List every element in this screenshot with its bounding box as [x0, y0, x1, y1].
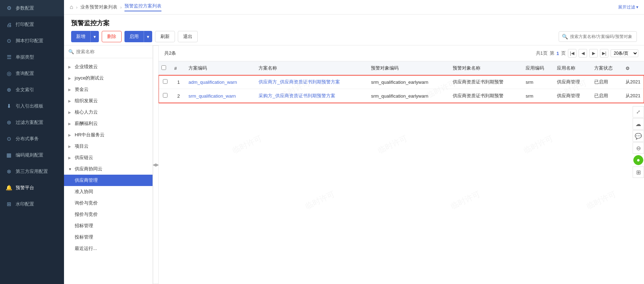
main-area: ⌂ › 业务预警对象列表 › 预警监控方案列表 展开过滤 ▾ 预警监控方案 新增… [64, 0, 644, 284]
watermark-7: 临时许可 [303, 189, 336, 212]
minus-float-button[interactable]: ⊖ [633, 142, 644, 154]
search-input[interactable] [570, 34, 634, 39]
sidebar-item-script-print[interactable]: ⊙ 脚本打印配置 [0, 33, 64, 49]
enable-button-group: 启用 ▾ [124, 31, 152, 42]
status-float-button[interactable]: ● [633, 155, 643, 165]
total-records: 共2条 [164, 50, 176, 56]
tree-item-funds[interactable]: ▶ 资金云 [64, 84, 153, 95]
select-all-checkbox[interactable] [161, 65, 166, 70]
sidebar-label-import-export: 引入引出模板 [16, 103, 43, 109]
home-icon[interactable]: ⌂ [70, 4, 73, 10]
tree-item-salary[interactable]: ▶ 薪酬福利云 [64, 118, 153, 129]
body-area: 🔍 ▶ 企业绩效云 ▶ joyce的测试云 ▶ 资金云 [64, 45, 644, 284]
row-code-link-1[interactable]: adm_qualification_warn [188, 80, 237, 85]
sidebar-item-print[interactable]: 🖨 打印配置 [0, 16, 64, 33]
sidebar-item-import-export[interactable]: ⬇ 引入引出模板 [0, 98, 64, 114]
sidebar-item-query[interactable]: ◎ 查询配置 [0, 65, 64, 82]
exit-button[interactable]: 退出 [178, 31, 198, 42]
sidebar-item-warning[interactable]: 🔔 预警平台 [0, 180, 64, 196]
sidebar-item-filter[interactable]: ⊛ 过滤方案配置 [0, 114, 64, 131]
tree-child-quote[interactable]: 报价与竞价 [64, 209, 153, 220]
tree-search[interactable]: 🔍 [64, 45, 153, 58]
sidebar-item-distributed[interactable]: ⊙ 分布式事务 [0, 131, 64, 147]
new-dropdown-button[interactable]: ▾ [90, 31, 99, 42]
print-icon: 🖨 [6, 21, 12, 28]
breadcrumb-item-2[interactable]: 预警监控方案列表 [124, 3, 161, 11]
sidebar-item-fulltext[interactable]: ⊕ 全文索引 [0, 82, 64, 98]
tree-item-supply-chain[interactable]: ▶ 供应链云 [64, 152, 153, 163]
col-name: 方案名称 [256, 61, 368, 75]
per-page-select[interactable]: 20条/页 50条/页 100条/页 [611, 49, 638, 57]
tree-label-supplier-mgmt: 供应商管理 [75, 177, 98, 184]
tree-item-supplier-collab[interactable]: ▼ 供应商协同云 [64, 163, 153, 175]
tree-child-admission[interactable]: 准入协同 [64, 186, 153, 197]
enable-button[interactable]: 启用 [124, 31, 144, 42]
col-app-name: 应用名称 [554, 61, 591, 75]
chat-float-button[interactable]: 💬 [633, 130, 644, 142]
panel-collapse-handle[interactable]: ◀▶ [153, 45, 159, 284]
refresh-button[interactable]: 刷新 [155, 31, 175, 42]
tree-child-inquiry[interactable]: 询价与竞价 [64, 197, 153, 209]
next-page-button[interactable]: ▶ [589, 49, 598, 58]
total-pages: 共1页 [536, 50, 548, 56]
tree-child-recent[interactable]: 最近运行... [64, 243, 153, 254]
first-page-button[interactable]: |◀ [568, 49, 576, 58]
col-status: 方案状态 [591, 61, 623, 75]
tree-label-recent: 最近运行... [75, 245, 97, 252]
sidebar-item-params[interactable]: ⚙ 参数配置 [0, 0, 64, 16]
sidebar-item-bill-type[interactable]: ☰ 单据类型 [0, 49, 64, 65]
col-check [159, 61, 171, 75]
row-name-1: 供应商方_供应商资质证书到期预警方案 [256, 75, 368, 89]
tree-item-project[interactable]: ▶ 项目云 [64, 141, 153, 152]
sidebar-item-watermark[interactable]: ⊞ 水印配置 [0, 196, 64, 212]
breadcrumb-item-1[interactable]: 业务预警对象列表 [80, 4, 117, 10]
enable-dropdown-button[interactable]: ▾ [144, 31, 152, 42]
delete-button[interactable]: 删除 [102, 31, 122, 42]
tree-item-enterprise[interactable]: ▶ 企业绩效云 [64, 61, 153, 72]
new-button[interactable]: 新增 [71, 31, 90, 42]
row-name-link-2[interactable]: 采购方_供应商资质证书到期预警方案 [259, 93, 335, 98]
chevron-right-icon-9: ▶ [68, 156, 73, 160]
last-page-button[interactable]: ▶| [600, 49, 608, 58]
cloud-float-button[interactable]: ☁ [633, 118, 644, 130]
row-num-1: 1 [171, 75, 186, 89]
row-warn-code-2: srm_qualification_earlywarn [368, 89, 449, 103]
row-code-link-2[interactable]: srm_qualification_warn [188, 93, 236, 99]
toolbar: 新增 ▾ 删除 启用 ▾ 刷新 退出 🔍 [71, 31, 637, 42]
sidebar-label-filter: 过滤方案配置 [16, 119, 43, 126]
tree-child-supplier-mgmt[interactable]: 供应商管理 [64, 175, 153, 186]
chevron-right-icon-5: ▶ [68, 110, 73, 114]
table-row[interactable]: 1 adm_qualification_warn 供应商方_供应商资质证书到期预… [159, 75, 644, 89]
tree-label-enterprise: 企业绩效云 [75, 64, 98, 70]
tree-label-quote: 报价与竞价 [75, 211, 98, 218]
sidebar-item-third-party[interactable]: ⊗ 第三方应用配置 [0, 163, 64, 180]
header-search[interactable]: 🔍 [559, 31, 637, 42]
grid-float-button[interactable]: ⊞ [633, 166, 644, 178]
tree-child-tender-mgmt[interactable]: 招标管理 [64, 220, 153, 231]
collapse-icon: ◀▶ [153, 162, 159, 167]
tree-item-org[interactable]: ▶ 组织发展云 [64, 95, 153, 106]
tree-item-hr-core[interactable]: ▶ 核心人力云 [64, 106, 153, 118]
row-name-link-1[interactable]: 供应商方_供应商资质证书到期预警方案 [259, 79, 340, 84]
search-icon: 🔍 [562, 34, 568, 39]
sidebar-item-encoding[interactable]: ▦ 编码规则配置 [0, 147, 64, 163]
encoding-icon: ▦ [6, 152, 12, 158]
tree-label-funds: 资金云 [75, 86, 89, 93]
settings-icon[interactable]: ⚙ [626, 66, 630, 71]
tree-item-hr-service[interactable]: ▶ HR中台服务云 [64, 129, 153, 141]
table-row[interactable]: 2 srm_qualification_warn 采购方_供应商资质证书到期预警… [159, 89, 644, 103]
bill-type-icon: ☰ [6, 54, 12, 60]
row-checkbox-1[interactable] [163, 79, 167, 84]
content-wrapper: 预警监控方案 新增 ▾ 删除 启用 ▾ 刷新 退出 🔍 [64, 15, 644, 284]
watermark-8: 临时许可 [449, 189, 482, 212]
tree-child-bid-mgmt[interactable]: 投标管理 [64, 231, 153, 243]
tree-search-input[interactable] [76, 49, 148, 54]
expand-filter-button[interactable]: 展开过滤 ▾ [618, 4, 638, 10]
row-checkbox-2[interactable] [163, 93, 167, 98]
prev-page-button[interactable]: ◀ [579, 49, 587, 58]
tree-item-joyce[interactable]: ▶ joyce的测试云 [64, 72, 153, 84]
chevron-right-icon-2: ▶ [68, 76, 73, 80]
expand-float-button[interactable]: ⤢ [633, 106, 644, 118]
row-name-2: 采购方_供应商资质证书到期预警方案 [256, 89, 368, 103]
sidebar-label-encoding: 编码规则配置 [16, 152, 43, 158]
